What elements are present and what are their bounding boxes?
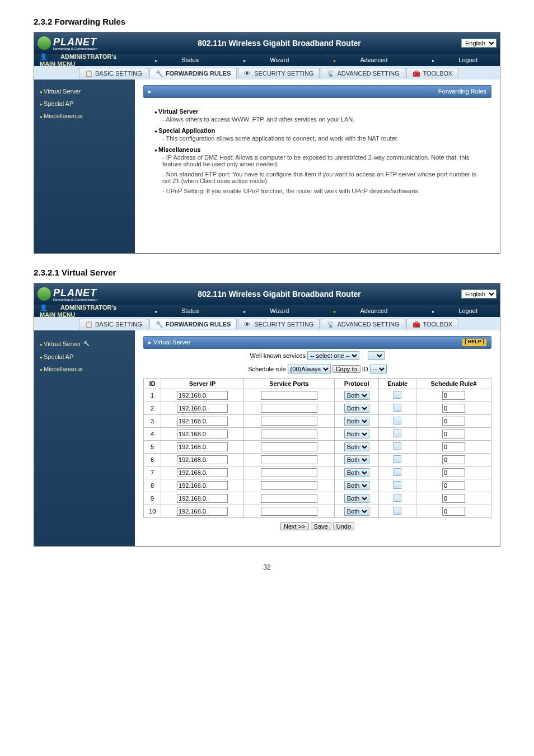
service-ports-input[interactable]: [261, 494, 317, 503]
forward-icon: 🔧: [156, 321, 163, 328]
protocol-select[interactable]: Both: [344, 442, 369, 451]
server-ip-input[interactable]: [177, 430, 228, 438]
server-ip-input[interactable]: [177, 494, 228, 503]
tab-basic-setting[interactable]: 📋BASIC SETTING: [79, 68, 148, 78]
well-known-services-select[interactable]: -- select one --: [307, 351, 359, 360]
service-ports-input[interactable]: [261, 404, 317, 413]
schedule-rule-input[interactable]: [442, 417, 465, 426]
forward-icon: 🔧: [156, 70, 163, 77]
protocol-select[interactable]: Both: [344, 494, 369, 503]
schedule-rule-input[interactable]: [442, 481, 465, 490]
server-ip-input[interactable]: [177, 468, 228, 477]
menu-wizard[interactable]: ▸Wizard: [221, 307, 311, 314]
enable-checkbox[interactable]: [394, 442, 401, 450]
service-ports-input[interactable]: [261, 442, 317, 451]
server-ip-input[interactable]: [177, 417, 228, 426]
item-special-application-desc: - This configuration allows some applica…: [162, 135, 480, 142]
sidebar-item-miscellaneous[interactable]: Miscellaneous: [34, 110, 135, 122]
table-row: 9Both: [144, 492, 491, 505]
service-ports-input[interactable]: [261, 507, 317, 516]
schedule-rule-input[interactable]: [442, 430, 465, 438]
server-ip-input[interactable]: [177, 481, 228, 490]
menu-wizard[interactable]: ▸Wizard: [221, 57, 311, 63]
tab-security-setting[interactable]: 👁SECURITY SETTING: [238, 68, 320, 78]
schedule-rule-input[interactable]: [442, 442, 465, 451]
toolbox-icon: 🧰: [413, 321, 420, 328]
tab-forwarding-rules[interactable]: 🔧FORWARDING RULES: [149, 319, 237, 329]
enable-checkbox[interactable]: [394, 455, 401, 463]
enable-checkbox[interactable]: [394, 468, 401, 476]
tab-security-setting[interactable]: 👁SECURITY SETTING: [238, 319, 320, 329]
wks-extra-select[interactable]: [368, 351, 385, 360]
tab-advanced-setting[interactable]: 📡ADVANCED SETTING: [321, 68, 405, 78]
protocol-select[interactable]: Both: [344, 455, 369, 464]
server-ip-input[interactable]: [177, 442, 228, 451]
tab-forwarding-rules[interactable]: 🔧FORWARDING RULES: [149, 68, 237, 78]
menu-status[interactable]: ▸Status: [133, 57, 221, 63]
enable-checkbox[interactable]: [394, 391, 401, 399]
language-select[interactable]: English: [461, 290, 496, 298]
enable-checkbox[interactable]: [394, 404, 401, 412]
logo-text: PLANET: [53, 36, 97, 48]
server-ip-input[interactable]: [177, 404, 228, 413]
server-ip-input[interactable]: [177, 455, 228, 464]
service-ports-input[interactable]: [261, 468, 317, 477]
sidebar-item-special-ap[interactable]: Special AP: [34, 351, 135, 363]
server-ip-input[interactable]: [177, 507, 228, 516]
tab-basic-setting[interactable]: 📋BASIC SETTING: [79, 319, 148, 329]
schedule-rule-input[interactable]: [442, 494, 465, 503]
service-ports-input[interactable]: [261, 455, 317, 464]
schedule-rule-input[interactable]: [442, 507, 465, 516]
sidebar-item-virtual-server[interactable]: Virtual Server↖: [34, 336, 135, 351]
schedule-rule-select[interactable]: (00)Always: [288, 365, 331, 374]
item-misc-desc2: - Non-standard FTP port: You have to con…: [162, 171, 480, 184]
protocol-select[interactable]: Both: [344, 430, 369, 438]
sidebar-item-virtual-server[interactable]: Virtual Server: [34, 85, 135, 97]
help-button[interactable]: [ HELP ]: [462, 339, 486, 346]
copy-to-button[interactable]: Copy to: [332, 365, 360, 373]
protocol-select[interactable]: Both: [344, 391, 369, 400]
service-ports-input[interactable]: [261, 481, 317, 490]
protocol-select[interactable]: Both: [344, 417, 369, 426]
next-button[interactable]: Next >>: [280, 522, 309, 530]
schedule-rule-input[interactable]: [442, 468, 465, 477]
service-ports-input[interactable]: [261, 417, 317, 426]
enable-checkbox[interactable]: [394, 494, 401, 502]
protocol-select[interactable]: Both: [344, 481, 369, 490]
row-id: 6: [144, 454, 161, 466]
service-ports-input[interactable]: [261, 391, 317, 400]
menu-logout[interactable]: ▸Logout: [410, 57, 500, 63]
language-select[interactable]: English: [461, 39, 496, 48]
id-select[interactable]: --: [370, 365, 387, 374]
save-button[interactable]: Save: [311, 522, 331, 530]
table-row: 1Both: [144, 389, 491, 402]
tab-toolbox[interactable]: 🧰TOOLBOX: [406, 68, 458, 78]
menu-logout[interactable]: ▸Logout: [410, 307, 500, 314]
protocol-select[interactable]: Both: [344, 468, 369, 477]
menu-advanced[interactable]: ▸Advanced: [311, 307, 410, 314]
service-ports-input[interactable]: [261, 430, 317, 438]
row-id: 5: [144, 441, 161, 454]
tab-toolbox[interactable]: 🧰TOOLBOX: [406, 319, 458, 329]
enable-checkbox[interactable]: [394, 430, 401, 437]
item-virtual-server: Virtual Server: [154, 108, 480, 115]
tab-advanced-setting[interactable]: 📡ADVANCED SETTING: [321, 319, 405, 329]
menu-advanced[interactable]: ▸Advanced: [311, 57, 410, 63]
schedule-rule-input[interactable]: [442, 391, 465, 400]
table-row: 8Both: [144, 479, 491, 492]
protocol-select[interactable]: Both: [344, 404, 369, 413]
enable-checkbox[interactable]: [394, 507, 401, 515]
menu-status[interactable]: ▸Status: [133, 307, 221, 314]
sidebar-item-special-ap[interactable]: Special AP: [34, 97, 135, 110]
protocol-select[interactable]: Both: [344, 507, 369, 516]
schedule-rule-input[interactable]: [442, 404, 465, 413]
sidebar-item-miscellaneous[interactable]: Miscellaneous: [34, 363, 135, 375]
schedule-rule-input[interactable]: [442, 455, 465, 464]
enable-checkbox[interactable]: [394, 417, 401, 424]
table-row: 5Both: [144, 441, 491, 454]
logo-subtext: Networking & Communication: [53, 47, 97, 50]
server-ip-input[interactable]: [177, 391, 228, 400]
undo-button[interactable]: Undo: [333, 522, 354, 530]
row-id: 4: [144, 428, 161, 441]
enable-checkbox[interactable]: [394, 481, 401, 489]
